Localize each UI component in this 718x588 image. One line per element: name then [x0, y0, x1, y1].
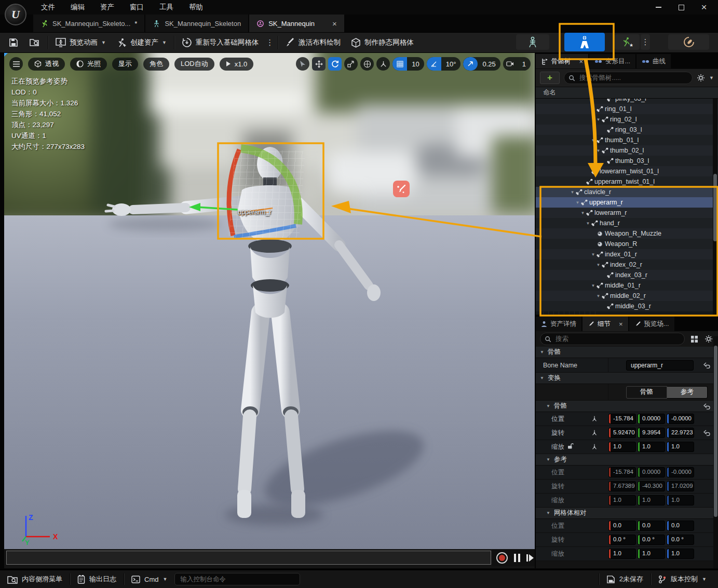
lighting-dropdown[interactable]: 光照 — [70, 58, 107, 71]
tree-item-lowerarm_r[interactable]: ▼lowerarm_r — [536, 208, 718, 218]
expander-icon[interactable]: ▼ — [569, 190, 576, 195]
menu-edit[interactable]: 编辑 — [63, 0, 92, 15]
tree-item-middle_01_r[interactable]: ▼middle_01_r — [536, 280, 718, 291]
tree-item-upperarm_r[interactable]: ▼upperarm_r — [536, 197, 718, 208]
value-z-field[interactable]: 22.9723 — [667, 428, 694, 438]
transform-group-参考[interactable]: ▼参考 — [536, 454, 715, 466]
bone-name-field[interactable]: upperarm_r — [626, 360, 694, 371]
details-scrollbar-thumb[interactable] — [714, 346, 717, 517]
tree-item-thumb_01_l[interactable]: ▼thumb_01_l — [536, 135, 718, 145]
viewport-menu-icon[interactable] — [9, 57, 23, 71]
preview-animation-button[interactable]: 预览动画▼ — [50, 34, 111, 51]
angle-snap-control[interactable]: 10° — [427, 57, 461, 71]
tab-curves[interactable]: 曲线 — [636, 54, 671, 69]
select-tool-icon[interactable] — [296, 57, 309, 71]
tree-item-pinky_03_l[interactable]: pinky_03_l — [536, 99, 718, 104]
timeline-scrubber[interactable] — [6, 551, 491, 565]
revision-control-button[interactable]: 版本控制▼ — [651, 570, 718, 588]
expander-icon[interactable]: ▼ — [590, 138, 597, 143]
menu-help[interactable]: 帮助 — [181, 0, 211, 15]
save-button[interactable] — [0, 34, 24, 51]
tree-item-thumb_02_l[interactable]: ▼thumb_02_l — [536, 145, 718, 156]
expander-icon[interactable]: ▼ — [574, 200, 581, 205]
create-asset-button[interactable]: 创建资产▼ — [111, 34, 172, 51]
axis-widget-icon[interactable] — [591, 415, 608, 422]
tab-close-icon[interactable]: × — [579, 58, 584, 65]
tab-sk-mannequin[interactable]: SK_Mannequin × — [249, 15, 344, 32]
tree-item-index_03_r[interactable]: index_03_r — [536, 270, 718, 280]
scale-snap-control[interactable]: 0.25 — [463, 57, 500, 71]
character-dropdown[interactable]: 角色 — [143, 58, 169, 71]
mode-reference-button[interactable]: 参考 — [667, 386, 708, 399]
details-scrollbar[interactable] — [713, 336, 718, 568]
tree-item-ring_02_l[interactable]: ▼ring_02_l — [536, 114, 718, 125]
reimport-options-icon[interactable]: ⋮ — [264, 38, 276, 47]
lod-dropdown[interactable]: LOD自动 — [174, 58, 214, 71]
tab-asset-details[interactable]: 资产详情 — [536, 317, 581, 331]
tree-settings-gear-icon[interactable] — [697, 74, 705, 82]
axis-widget-icon[interactable] — [591, 443, 608, 450]
mode-bone-button[interactable]: 骨骼 — [626, 386, 667, 399]
section-transform[interactable]: ▼变换 — [536, 373, 715, 384]
add-bone-button[interactable]: + — [540, 72, 560, 84]
maximize-button[interactable] — [676, 3, 686, 12]
expander-icon[interactable]: ▼ — [595, 294, 602, 298]
expander-icon[interactable]: ▼ — [590, 107, 597, 112]
close-button[interactable]: × — [699, 3, 709, 12]
playback-speed-pill[interactable]: x1.0 — [220, 58, 254, 71]
row-reset-icon[interactable] — [699, 430, 715, 436]
unreal-logo-icon[interactable]: U — [5, 4, 26, 25]
details-search[interactable] — [540, 333, 685, 345]
unlock-icon[interactable] — [567, 443, 574, 451]
value-y-field[interactable]: 9.3954 — [638, 428, 665, 438]
expander-icon[interactable]: ▼ — [595, 263, 602, 267]
menu-asset[interactable]: 资产 — [92, 0, 122, 15]
expander-icon[interactable]: ▼ — [595, 148, 602, 153]
translate-tool-icon[interactable] — [312, 57, 326, 71]
magic-wand-button[interactable] — [393, 181, 410, 197]
display-filter-grid-icon[interactable] — [689, 334, 699, 344]
value-x-field[interactable]: 1.0 — [608, 442, 636, 452]
tree-item-clavicle_r[interactable]: ▼clavicle_r — [536, 187, 718, 197]
perspective-dropdown[interactable]: 透视 — [28, 58, 65, 71]
tree-item-upperarm_twist_01_l[interactable]: upperarm_twist_01_l — [536, 176, 718, 187]
expander-icon[interactable]: ▼ — [585, 221, 591, 226]
value-z-field[interactable]: 1.0 — [667, 442, 694, 452]
tree-column-header[interactable]: 命名 — [536, 87, 718, 99]
transform-group-骨骼[interactable]: ▼骨骼 — [536, 401, 715, 412]
tree-item-ring_01_l[interactable]: ▼ring_01_l — [536, 104, 718, 114]
grid-snap-control[interactable]: 10 — [392, 57, 424, 71]
minimize-button[interactable] — [654, 3, 663, 12]
tab-details[interactable]: 细节× — [582, 317, 628, 331]
menu-file[interactable]: 文件 — [33, 0, 63, 15]
tab-preview-scene[interactable]: 预览场... — [629, 317, 674, 331]
tree-scrollbar[interactable] — [713, 99, 717, 314]
details-settings-gear-icon[interactable] — [703, 334, 714, 344]
console-command-input[interactable] — [174, 573, 300, 585]
menu-tools[interactable]: 工具 — [152, 0, 181, 15]
expander-icon[interactable]: ▼ — [590, 283, 597, 288]
expander-icon[interactable]: ▼ — [590, 252, 597, 257]
transform-group-网格体相对[interactable]: ▼网格体相对 — [536, 508, 715, 519]
reimport-base-mesh-button[interactable]: 重新导入基础网格体 — [177, 34, 264, 51]
tree-item-ring_03_l[interactable]: ring_03_l — [536, 125, 718, 135]
bone-name-reset-icon[interactable] — [699, 362, 715, 368]
physics-tool-button[interactable] — [668, 34, 709, 50]
tree-item-lowerarm_twist_01_l[interactable]: lowerarm_twist_01_l — [536, 166, 718, 176]
tree-item-middle_02_r[interactable]: ▼middle_02_r — [536, 291, 718, 301]
unsaved-button[interactable]: 2未保存 — [599, 570, 651, 588]
tab-close-icon[interactable]: × — [332, 19, 337, 28]
skeleton-search-input[interactable] — [578, 74, 688, 82]
value-z-field[interactable]: -0.0000 — [667, 414, 694, 424]
skeleton-search[interactable] — [564, 72, 693, 84]
section-bone[interactable]: ▼骨骼 — [536, 347, 715, 358]
tree-item-hand_r[interactable]: ▼hand_r — [536, 218, 718, 228]
camera-speed-control[interactable]: 1 — [503, 57, 531, 71]
make-static-mesh-button[interactable]: 制作静态网格体 — [346, 34, 419, 51]
tab-close-icon[interactable]: × — [619, 320, 623, 328]
show-dropdown[interactable]: 显示 — [112, 58, 138, 71]
tree-scrollbar-thumb[interactable] — [713, 174, 717, 241]
animation-mode-button[interactable]: ★ — [615, 34, 640, 50]
value-x-field[interactable]: 5.92470 — [608, 428, 636, 438]
output-log-button[interactable]: 输出日志 — [70, 570, 124, 588]
